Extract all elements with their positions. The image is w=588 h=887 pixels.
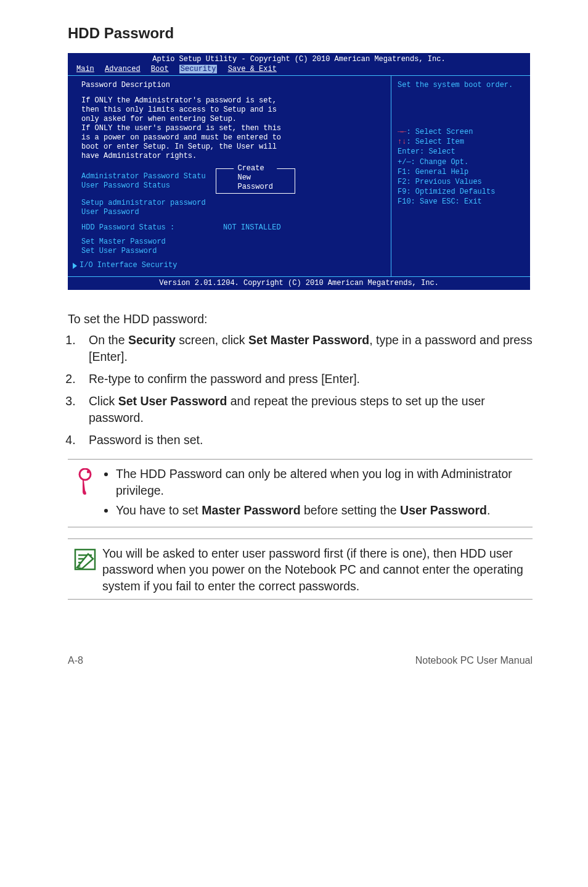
- svg-point-0: [80, 469, 91, 480]
- tab-main: Main: [76, 65, 94, 73]
- step-2: Re-type to confirm the password and pres…: [79, 371, 533, 387]
- intro-text: To set the HDD password:: [68, 311, 533, 327]
- note-bold: Master Password: [202, 503, 300, 517]
- nav-f10: F10: Save ESC: Exit: [398, 197, 524, 207]
- note-text: You will be asked to enter user password…: [102, 545, 533, 594]
- dialog-title: Create New Password: [234, 164, 277, 192]
- bios-tabs: Main Advanced Boot Security Save & Exit: [68, 65, 530, 76]
- desc-line: If ONLY the user's password is set, then…: [81, 124, 382, 133]
- nav-f2: F2: Previous Values: [398, 177, 524, 187]
- setup-admin-password: Setup administrator password: [81, 199, 382, 208]
- info-note: You will be asked to enter user password…: [68, 538, 533, 600]
- note-bold: User Password: [400, 503, 487, 517]
- desc-line: is a power on password and must be enter…: [81, 133, 382, 142]
- tab-save-exit: Save & Exit: [228, 65, 277, 73]
- bios-screenshot: Aptio Setup Utility - Copyright (C) 2010…: [68, 53, 530, 290]
- note-bullet: The HDD Password can only be altered whe…: [116, 466, 533, 498]
- create-password-dialog: Create New Password: [216, 168, 295, 194]
- nav-enter: Enter: Select: [398, 147, 524, 157]
- user-password-item: User Password: [81, 208, 382, 217]
- page-footer: A-8 Notebook PC User Manual: [0, 618, 588, 677]
- password-description-heading: Password Description: [81, 81, 382, 90]
- step-bold: Security: [128, 333, 176, 347]
- page-number: A-8: [68, 655, 83, 666]
- step-1: On the Security screen, click Set Master…: [79, 332, 533, 365]
- bios-footer: Version 2.01.1204. Copyright (C) 2010 Am…: [68, 276, 530, 290]
- set-user-password: Set User Password: [81, 247, 382, 256]
- step-text: Click: [89, 394, 118, 408]
- important-note: The HDD Password can only be altered whe…: [68, 459, 533, 527]
- nav-f9: F9: Optimized Defaults: [398, 187, 524, 197]
- step-bold: Set User Password: [118, 394, 227, 408]
- section-title: HDD Password: [68, 25, 533, 42]
- note-bullet: You have to set Master Password before s…: [116, 502, 533, 518]
- note-text-span: You have to set: [116, 503, 202, 517]
- hdd-password-status-value: NOT INSTALLED: [223, 223, 281, 233]
- tab-advanced: Advanced: [105, 65, 141, 73]
- nav-f1: F1: General Help: [398, 167, 524, 177]
- nav-keys: →←: Select Screen ↑↓: Select Item Enter:…: [398, 127, 524, 207]
- nav-select-screen: Select Screen: [415, 128, 473, 136]
- desc-line: boot or enter Setup. In Setup, the User …: [81, 142, 382, 152]
- bios-title: Aptio Setup Utility - Copyright (C) 2010…: [68, 53, 530, 65]
- user-password-status: User Password Status: [81, 181, 206, 191]
- desc-line: only asked for when entering Setup.: [81, 115, 382, 124]
- admin-password-status: Administrator Password Statu: [81, 172, 206, 181]
- set-master-password: Set Master Password: [81, 237, 382, 247]
- desc-line: then this only limits access to Setup an…: [81, 105, 382, 115]
- nav-change: +/—: Change Opt.: [398, 157, 524, 167]
- note-text-span: before setting the: [301, 503, 401, 517]
- step-text: On the: [89, 333, 128, 347]
- nav-select-item: Select Item: [415, 138, 464, 146]
- hdd-password-status-label: HDD Password Status :: [81, 223, 223, 233]
- step-text: screen, click: [176, 333, 248, 347]
- manual-title: Notebook PC User Manual: [415, 655, 533, 666]
- step-4: Password is then set.: [79, 432, 533, 448]
- right-hint: Set the system boot order.: [398, 81, 524, 90]
- step-3: Click Set User Password and repeat the p…: [79, 393, 533, 426]
- pin-icon: [68, 466, 102, 522]
- note-text-span: .: [487, 503, 490, 517]
- note-icon: [68, 545, 102, 594]
- step-bold: Set Master Password: [248, 333, 369, 347]
- desc-line: have Administrator rights.: [81, 152, 382, 161]
- io-interface-security: I/O Interface Security: [80, 261, 177, 270]
- tab-security: Security: [179, 65, 218, 73]
- desc-line: If ONLY the Administrator's password is …: [81, 96, 382, 105]
- tab-boot: Boot: [151, 65, 169, 73]
- svg-point-1: [87, 471, 89, 473]
- steps-list: On the Security screen, click Set Master…: [68, 332, 533, 448]
- submenu-arrow-icon: [73, 263, 77, 269]
